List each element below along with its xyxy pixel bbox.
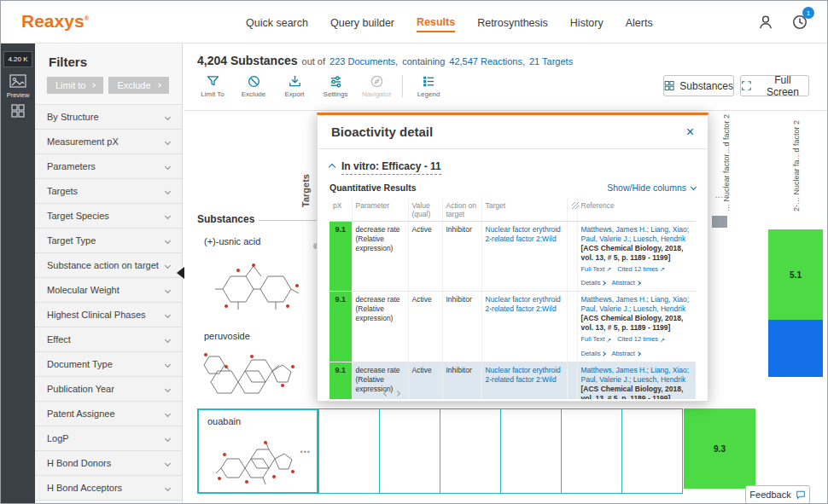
limit-to-tool[interactable]: Limit To [197, 74, 228, 98]
col-target[interactable]: Target [481, 199, 567, 222]
reference-authors[interactable]: Matthews, James H.; Liang, Xiao; Paul, V… [581, 225, 690, 243]
substances-divider [259, 220, 318, 221]
bioactivity-row[interactable]: 9.1decrease rate (Relative expression)Ac… [329, 292, 696, 362]
filter-item-by-structure[interactable]: By Structure [35, 105, 182, 130]
target-column-2[interactable]: 2-… Nuclear fa…d factor 2 [792, 120, 801, 211]
substance-name-usnic-acid[interactable]: (+)-usnic acid [204, 236, 260, 246]
link-full-text[interactable]: Full Text↗ [581, 335, 612, 344]
filter-item-h-bond-acceptors[interactable]: H Bond Acceptors [35, 476, 182, 501]
section-in-vitro-efficacy[interactable]: In vitro: Efficacy - 11 [329, 160, 441, 175]
horizontal-scrollbar[interactable] [384, 391, 399, 396]
close-icon[interactable]: × [686, 125, 694, 139]
link-abstract[interactable]: Abstract [611, 279, 640, 287]
result-count-badge[interactable]: 4.20 K [3, 51, 32, 67]
col-reference[interactable]: Reference [577, 199, 696, 222]
heat-value: 5.1 [790, 270, 802, 280]
grid-view-icon[interactable] [8, 102, 28, 119]
substance-name-ouabain[interactable]: ouabain [207, 416, 241, 426]
chevron-down-icon [165, 262, 171, 268]
filter-item-highest-clinical-phases[interactable]: Highest Clinical Phases [35, 303, 182, 327]
filter-item-publication-year[interactable]: Publication Year [35, 377, 182, 402]
filter-item-measurement-px[interactable]: Measurement pX [35, 130, 182, 154]
show-hide-columns[interactable]: Show/Hide columns [607, 182, 696, 193]
nav-item-retrosynthesis[interactable]: Retrosynthesis [477, 14, 548, 32]
heatmap-cell-peruvoside[interactable] [768, 320, 823, 377]
exclude-tool[interactable]: Exclude [238, 74, 269, 98]
scroll-left-icon[interactable] [383, 391, 389, 397]
chevron-down-icon [165, 237, 171, 243]
navigator-tool[interactable]: Navigator [361, 74, 392, 98]
matrix-cell-empty[interactable] [379, 408, 440, 494]
targets-axis-label: Targets [300, 174, 311, 207]
nav-item-history[interactable]: History [570, 14, 604, 32]
nav-item-results[interactable]: Results [417, 13, 455, 32]
col-px[interactable]: pX [329, 199, 352, 222]
target-column-1[interactable]: … Nuclear factor…d factor 2 [722, 114, 731, 211]
row-menu-icon[interactable]: ••• [300, 448, 311, 456]
filter-item-patent-assignee[interactable]: Patent Assignee [35, 402, 182, 426]
filter-item-document-type[interactable]: Document Type [35, 352, 182, 377]
targets-link[interactable]: 21 Targets [529, 56, 573, 67]
filter-item-target-type[interactable]: Target Type [35, 229, 182, 253]
scroll-right-icon[interactable] [394, 391, 400, 397]
target-link[interactable]: Nuclear factor erythroid 2-related facto… [486, 295, 561, 313]
link-details[interactable]: Details [581, 350, 606, 358]
limit-to-button[interactable]: Limit to [47, 77, 103, 94]
filter-item-effect[interactable]: Effect [35, 327, 182, 352]
nav-item-alerts[interactable]: Alerts [626, 14, 653, 32]
link-full-text[interactable]: Full Text↗ [581, 265, 612, 274]
heatmap-cell-ouabain[interactable]: 9.3 [684, 408, 755, 489]
settings-tool[interactable]: Settings [320, 74, 351, 98]
col-parameter[interactable]: Parameter [352, 199, 408, 222]
link-cited-12-times[interactable]: Cited 12 times↗ [617, 335, 665, 344]
export-tool[interactable]: Export [279, 74, 310, 98]
link-details[interactable]: Details [581, 279, 606, 287]
expand-icon [741, 80, 752, 91]
filter-item-target-species[interactable]: Target Species [35, 204, 182, 229]
target-link[interactable]: Nuclear factor erythroid 2-related facto… [486, 366, 561, 384]
filter-item-logp[interactable]: LogP [35, 426, 182, 451]
full-screen-button[interactable]: Full Screen [740, 75, 809, 96]
substance-name-peruvoside[interactable]: peruvoside [204, 331, 250, 341]
chevron-down-icon [165, 336, 171, 342]
matrix-cell-empty[interactable] [561, 408, 622, 494]
bioactivity-row[interactable]: 9.1decrease rate (Relative expression)Ac… [329, 221, 696, 292]
exclude-button[interactable]: Exclude [108, 77, 168, 94]
filter-item-h-bond-donors[interactable]: H Bond Donors [35, 451, 182, 476]
target-link[interactable]: Nuclear factor erythroid 2-related facto… [486, 225, 561, 243]
link-abstract[interactable]: Abstract [611, 350, 640, 358]
matrix-cell-empty[interactable] [318, 408, 380, 494]
matrix-cell-empty[interactable] [440, 408, 501, 494]
external-link-icon: ↗ [606, 265, 611, 273]
feedback-button[interactable]: Feedback [745, 485, 810, 504]
sliders-icon [329, 74, 343, 89]
matrix-cell-empty[interactable] [621, 408, 683, 494]
col-collapsed[interactable] [567, 199, 577, 222]
filter-item-substance-action-on-target[interactable]: Substance action on target [35, 253, 182, 278]
collapse-panel-handle[interactable] [177, 267, 184, 279]
filter-item-parameters[interactable]: Parameters [35, 154, 182, 179]
substances-view-button[interactable]: Substances [663, 75, 734, 96]
user-icon[interactable] [757, 14, 774, 31]
reactions-link[interactable]: 42,547 Reactions, [449, 56, 525, 67]
documents-link[interactable]: 223 Documents, [329, 56, 398, 67]
matrix-header-cell[interactable] [712, 216, 727, 228]
nav-item-quick-search[interactable]: Quick search [246, 14, 308, 32]
filters-actions: Limit to Exclude [35, 77, 182, 104]
link-cited-12-times[interactable]: Cited 12 times↗ [617, 265, 665, 274]
reference-authors[interactable]: Matthews, James H.; Liang, Xiao; Paul, V… [581, 366, 690, 384]
filter-item-molecular-weight[interactable]: Molecular Weight [35, 278, 182, 303]
heatmap-cell-usnic[interactable]: 5.1 [768, 229, 823, 320]
matrix-cell-empty[interactable] [500, 408, 562, 494]
reference-authors[interactable]: Matthews, James H.; Liang, Xiao; Paul, V… [581, 295, 690, 313]
preview-image-icon[interactable] [8, 72, 28, 90]
substance-cell-ouabain[interactable]: ouabain ••• [197, 408, 318, 494]
filter-item-targets[interactable]: Targets [35, 179, 182, 204]
history-clock-icon[interactable]: 1 [791, 14, 808, 31]
legend-tool[interactable]: Legend [413, 74, 444, 98]
nav-item-query-builder[interactable]: Query builder [330, 14, 394, 32]
reaxys-logo[interactable]: Reaxys® [21, 11, 89, 32]
value-qual: Active [408, 292, 442, 362]
col-value-qual[interactable]: Value (qual) [408, 199, 442, 222]
col-action-on-target[interactable]: Action on target [442, 199, 481, 222]
